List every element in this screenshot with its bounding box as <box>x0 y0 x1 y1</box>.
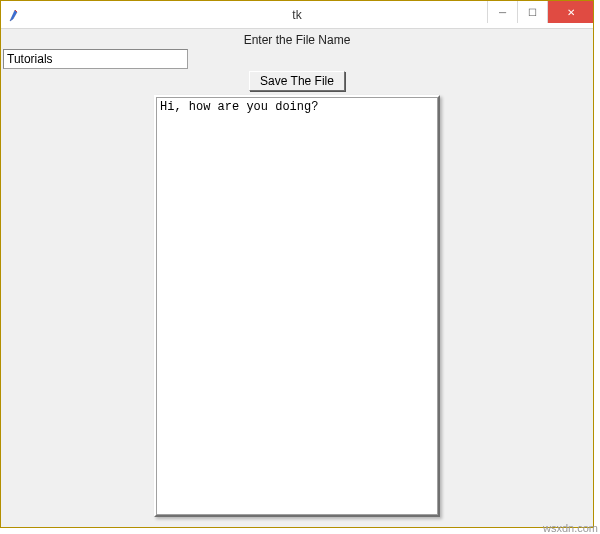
tk-feather-icon <box>7 7 23 23</box>
save-file-button[interactable]: Save The File <box>249 71 345 91</box>
window-title: tk <box>292 8 301 22</box>
titlebar[interactable]: tk ─ ☐ ✕ <box>1 1 593 29</box>
filename-label: Enter the File Name <box>1 33 593 47</box>
client-area: Enter the File Name Save The File <box>1 29 593 527</box>
app-window: tk ─ ☐ ✕ Enter the File Name Save The Fi… <box>0 0 594 528</box>
window-controls: ─ ☐ ✕ <box>487 1 593 23</box>
filename-row <box>1 49 593 69</box>
minimize-button[interactable]: ─ <box>487 1 517 23</box>
filename-input[interactable] <box>3 49 188 69</box>
content-textarea[interactable] <box>156 97 438 515</box>
text-area-frame <box>154 95 440 517</box>
close-button[interactable]: ✕ <box>547 1 593 23</box>
watermark: wsxdn.com <box>543 522 598 534</box>
maximize-button[interactable]: ☐ <box>517 1 547 23</box>
